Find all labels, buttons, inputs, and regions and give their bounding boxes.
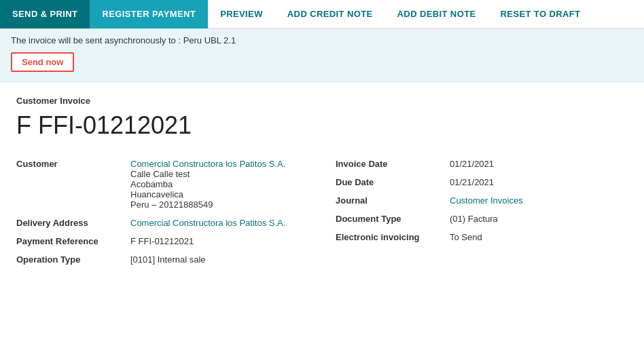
address-line1: Calle Calle test — [130, 169, 285, 179]
send-banner-message: The invoice will be sent asynchronously … — [11, 35, 633, 45]
customer-name-link[interactable]: Comercial Constructora los Patitos S.A. — [130, 159, 285, 169]
delivery-address-row: Delivery Address Comercial Constructora … — [16, 218, 308, 228]
document-type-row: Document Type (01) Factura — [336, 214, 628, 224]
send-print-button[interactable]: Send & Print — [0, 0, 90, 28]
preview-button[interactable]: Preview — [208, 0, 275, 28]
delivery-address-label: Delivery Address — [16, 218, 125, 228]
fields-grid: Customer Comercial Constructora los Pati… — [16, 159, 628, 265]
customer-row: Customer Comercial Constructora los Pati… — [16, 159, 308, 210]
invoice-type-label: Customer Invoice — [16, 96, 628, 106]
right-fields: Invoice Date 01/21/2021 Due Date 01/21/2… — [336, 159, 628, 265]
operation-type-row: Operation Type [0101] Internal sale — [16, 254, 308, 265]
add-credit-note-button[interactable]: Add Credit Note — [275, 0, 385, 28]
address-line3: Huancavelica — [130, 189, 285, 199]
operation-type-label: Operation Type — [16, 254, 125, 265]
add-debit-note-button[interactable]: Add Debit Note — [385, 0, 488, 28]
payment-reference-row: Payment Reference F FFI-01212021 — [16, 236, 308, 246]
payment-reference-label: Payment Reference — [16, 236, 125, 246]
document-type-value: (01) Factura — [450, 214, 498, 224]
customer-address: Comercial Constructora los Patitos S.A. … — [130, 159, 285, 210]
invoice-area: Customer Invoice F FFI-01212021 Customer… — [0, 82, 644, 278]
electronic-invoicing-label: Electronic invoicing — [336, 232, 444, 242]
address-line4: Peru – 20121888549 — [130, 199, 285, 210]
send-now-button[interactable]: Send now — [11, 52, 74, 72]
address-line2: Acobamba — [130, 179, 285, 189]
journal-row: Journal Customer Invoices — [336, 195, 628, 206]
reset-to-draft-button[interactable]: Reset to Draft — [488, 0, 593, 28]
due-date-value: 01/21/2021 — [450, 177, 494, 187]
register-payment-button[interactable]: Register Payment — [90, 0, 208, 28]
journal-label: Journal — [336, 195, 444, 206]
payment-reference-value: F FFI-01212021 — [130, 236, 194, 246]
invoice-number: F FFI-01212021 — [16, 111, 628, 140]
customer-label: Customer — [16, 159, 125, 169]
invoice-date-row: Invoice Date 01/21/2021 — [336, 159, 628, 169]
due-date-row: Due Date 01/21/2021 — [336, 177, 628, 187]
document-type-label: Document Type — [336, 214, 444, 224]
invoice-date-value: 01/21/2021 — [450, 159, 494, 169]
journal-value[interactable]: Customer Invoices — [450, 195, 523, 206]
electronic-invoicing-value: To Send — [450, 232, 482, 242]
delivery-address-value[interactable]: Comercial Constructora los Patitos S.A. — [130, 218, 285, 228]
electronic-invoicing-row: Electronic invoicing To Send — [336, 232, 628, 242]
send-banner: The invoice will be sent asynchronously … — [0, 28, 644, 82]
due-date-label: Due Date — [336, 177, 444, 187]
operation-type-value: [0101] Internal sale — [130, 254, 206, 265]
toolbar: Send & Print Register Payment Preview Ad… — [0, 0, 644, 28]
left-fields: Customer Comercial Constructora los Pati… — [16, 159, 308, 265]
invoice-date-label: Invoice Date — [336, 159, 444, 169]
